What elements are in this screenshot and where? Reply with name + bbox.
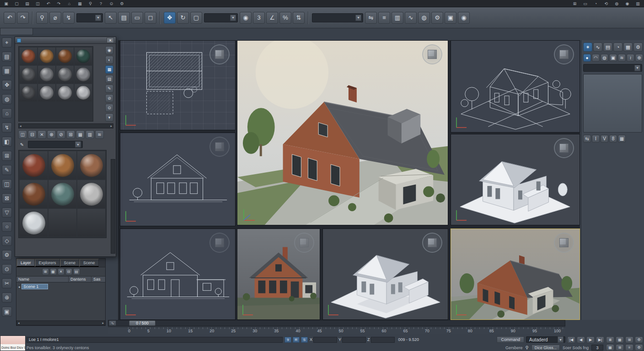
- viewport-top[interactable]: [120, 40, 236, 130]
- hierarchy-tab-icon[interactable]: ▤: [603, 43, 612, 52]
- select-by-name-icon[interactable]: ▤: [118, 12, 130, 24]
- material-library-slot[interactable]: [20, 180, 48, 208]
- object-type-list[interactable]: [583, 74, 642, 133]
- modify-tab-icon[interactable]: ∿: [593, 43, 602, 52]
- tiling-icon[interactable]: ▤: [105, 75, 113, 83]
- circle-icon[interactable]: ○: [2, 222, 12, 232]
- selection-filter-combo[interactable]: ▾: [76, 13, 103, 22]
- settings-icon[interactable]: ⚙: [118, 1, 125, 6]
- bind-to-space-warp-icon[interactable]: ↯: [63, 12, 75, 24]
- viewport-left[interactable]: [120, 229, 236, 320]
- open-file-icon[interactable]: ▤: [24, 1, 31, 6]
- material-library-slot[interactable]: [20, 209, 48, 237]
- rectangular-selection-icon[interactable]: ▭: [131, 12, 143, 24]
- layers-icon[interactable]: ▤: [2, 52, 12, 62]
- link-icon[interactable]: ⚲: [87, 1, 94, 6]
- column-header-name[interactable]: Name: [16, 277, 69, 282]
- panel-toggle-icon[interactable]: ▥: [634, 1, 641, 6]
- axis-value-field[interactable]: [342, 337, 366, 343]
- material-sample-slot[interactable]: [56, 84, 74, 101]
- layer-panel-tab[interactable]: Layer: [16, 259, 35, 267]
- material-sample-slot[interactable]: [56, 66, 74, 83]
- grid-a-icon[interactable]: ▦: [616, 336, 624, 343]
- add-grid-icon[interactable]: ⊞: [2, 151, 12, 161]
- axis-value-field[interactable]: [371, 337, 395, 343]
- scroll-right-icon[interactable]: ▸: [110, 124, 112, 128]
- put-material-icon[interactable]: ⊟: [28, 130, 37, 139]
- info-icon[interactable]: ◉: [624, 1, 631, 6]
- column-8-icon[interactable]: 8: [609, 135, 617, 143]
- view-cube[interactable]: [422, 233, 442, 253]
- window-crossing-icon[interactable]: ◻: [145, 12, 156, 24]
- eyedropper-icon[interactable]: ✎: [18, 141, 26, 148]
- named-selection-combo[interactable]: ▾: [312, 13, 363, 22]
- material-library-slot[interactable]: [77, 151, 105, 179]
- material-sample-slot[interactable]: [20, 84, 37, 101]
- column-header-dantens[interactable]: Dantens: [69, 277, 91, 282]
- snap-toggle-icon[interactable]: 3: [253, 12, 265, 24]
- app-logo[interactable]: ▣: [3, 1, 10, 6]
- space-warps-icon[interactable]: ≀: [627, 54, 634, 62]
- sample-scrollbar[interactable]: ◂ ▸: [18, 123, 113, 128]
- move-tool-icon[interactable]: ✥: [2, 80, 12, 90]
- help-icon[interactable]: ?: [97, 1, 104, 6]
- redo-icon[interactable]: ↷: [55, 1, 62, 6]
- view-cube[interactable]: [294, 233, 314, 253]
- make-preview-icon[interactable]: ⊘: [105, 94, 113, 102]
- column-header-sas[interactable]: Sas: [91, 277, 105, 282]
- options-icon[interactable]: ⊙: [105, 104, 113, 112]
- motion-tab-icon[interactable]: ◔: [613, 43, 623, 52]
- create-tab-icon[interactable]: ✶: [583, 43, 592, 52]
- go-to-start-icon[interactable]: |◀: [567, 336, 575, 343]
- select-by-material-icon[interactable]: ▾: [105, 113, 113, 122]
- box-select-icon[interactable]: ⊠: [2, 193, 12, 203]
- utilities-tab-icon[interactable]: ⚙: [633, 43, 643, 52]
- material-library-slot[interactable]: [48, 151, 76, 179]
- select-tool-icon[interactable]: ⌖: [2, 37, 12, 48]
- probe-icon[interactable]: ⊙: [2, 264, 12, 274]
- delete-layer-icon[interactable]: ✕: [58, 268, 64, 275]
- show-end-result-icon[interactable]: ≋: [95, 130, 104, 139]
- relative-toggle[interactable]: R: [293, 337, 300, 343]
- isolate-toggle[interactable]: 9: [284, 337, 291, 343]
- material-library-slot[interactable]: [48, 180, 76, 208]
- geometry-icon[interactable]: ●: [583, 54, 591, 62]
- background-icon[interactable]: ▦: [105, 65, 113, 74]
- new-scene-icon[interactable]: ▢: [13, 1, 20, 6]
- make-unique-icon[interactable]: ⊘: [57, 130, 65, 139]
- material-library-slot[interactable]: [77, 180, 105, 208]
- video-color-check-icon[interactable]: ✎: [105, 85, 113, 93]
- target-icon[interactable]: ⊕: [2, 292, 12, 303]
- mini-layout-icon[interactable]: ⊞: [616, 344, 624, 351]
- select-and-scale-icon[interactable]: ▢: [190, 12, 202, 24]
- viewport-layout-tab[interactable]: [0, 28, 33, 35]
- save-file-icon[interactable]: ◫: [34, 1, 41, 6]
- viewport-perspective-hidden-line[interactable]: [451, 134, 580, 225]
- cameras-icon[interactable]: ▣: [609, 54, 617, 62]
- view-cube[interactable]: [554, 233, 574, 253]
- layer-panel-tab[interactable]: Scene: [60, 259, 80, 267]
- render-icon[interactable]: ◉: [458, 12, 470, 24]
- material-sample-slot[interactable]: [75, 66, 92, 83]
- scroll-left-icon[interactable]: ◂: [20, 124, 21, 128]
- mini-curve-editor-icon[interactable]: ∿: [109, 320, 116, 326]
- layer-panel-tab[interactable]: Explorers: [35, 259, 60, 267]
- mode-dropdown[interactable]: Autaderd ▾: [526, 336, 565, 343]
- helpers-icon[interactable]: ≋: [618, 54, 626, 62]
- previous-frame-icon[interactable]: ◀: [577, 336, 585, 343]
- layout-icon[interactable]: ⊞: [571, 1, 578, 6]
- library-scrollbar[interactable]: [111, 159, 115, 254]
- get-material-icon[interactable]: ◫: [18, 130, 27, 139]
- view-cube[interactable]: [422, 44, 442, 64]
- reference-coordinate-combo[interactable]: ▾: [204, 13, 238, 22]
- show-map-icon[interactable]: ▥: [86, 130, 94, 139]
- material-sample-slot[interactable]: [75, 84, 92, 101]
- gear-icon[interactable]: ⚙: [2, 250, 12, 260]
- column-i-icon[interactable]: I: [592, 135, 600, 143]
- viewport-perspective-clay[interactable]: [322, 229, 448, 320]
- undo-icon[interactable]: ↶: [4, 12, 16, 24]
- list-view-icon[interactable]: ▦: [618, 135, 626, 143]
- view-cube[interactable]: [554, 138, 574, 158]
- key-icon[interactable]: ⚲: [525, 345, 528, 350]
- mini-list-icon[interactable]: ≡: [625, 344, 633, 351]
